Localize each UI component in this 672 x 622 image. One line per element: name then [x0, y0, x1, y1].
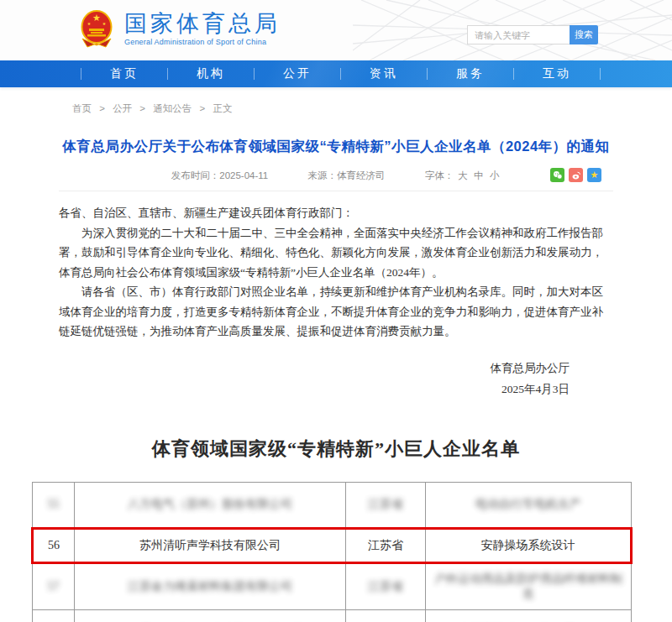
company-name: 八方电气（苏州）股份有限公司	[128, 498, 292, 510]
site-header: ★ ★ ★ 国家体育总局 General Administration of S…	[0, 0, 672, 60]
breadcrumb-disclosure[interactable]: 公开	[113, 103, 132, 113]
publish-date: 发布时间：2025-04-11	[171, 170, 268, 180]
nav-item-news[interactable]: 资讯	[341, 66, 427, 81]
national-emblem-icon: ★ ★ ★	[79, 8, 114, 50]
nav-item-home[interactable]: 首页	[81, 66, 167, 81]
font-size-large[interactable]: 大	[458, 170, 468, 180]
page: ★ ★ ★ 国家体育总局 General Administration of S…	[0, 0, 672, 622]
company-name: 苏州清听声学科技有限公司	[139, 539, 281, 551]
signature-org: 体育总局办公厅	[59, 358, 570, 379]
company-table: 55 八方电气（苏州）股份有限公司 江苏省 电动自行车电机生产 56 苏州清听声…	[31, 482, 633, 622]
signature-block: 体育总局办公厅 2025年4月3日	[59, 358, 613, 400]
svg-text:★: ★	[87, 21, 92, 26]
breadcrumb-separator: >	[139, 103, 145, 113]
company-name: 江苏金力绳索材料集团有限公司	[128, 580, 292, 593]
article-source: 来源：体育经济司	[307, 170, 385, 180]
weibo-share-icon[interactable]	[569, 168, 583, 182]
article-body: 各省、自治区、直辖市、新疆生产建设兵团体育行政部门： 为深入贯彻党的二十大和二十…	[59, 203, 613, 400]
breadcrumb-notices[interactable]: 通知公告	[153, 103, 192, 113]
list-title: 体育领域国家级“专精特新”小巨人企业名单	[59, 436, 613, 462]
font-size-label: 字体：	[425, 170, 454, 180]
nav-item-orgs[interactable]: 机构	[168, 66, 254, 81]
table-row: 57 江苏金力绳索材料集团有限公司 江苏省 户外运动用品及防护用品纤维材料制造	[33, 562, 632, 609]
svg-text:★: ★	[102, 21, 107, 26]
row-number: 57	[48, 580, 60, 593]
row-number: 55	[48, 498, 60, 510]
province: 江苏省	[368, 580, 403, 593]
article-meta: 发布时间：2025-04-11 来源：体育经济司 字体： 大 中 小 ★	[59, 170, 613, 182]
table-row: 55 八方电气（苏州）股份有限公司 江苏省 电动自行车电机生产	[33, 482, 632, 528]
table-row: 58 浙江千禧龙纤特种纤维股份有限公司 浙江省 钓线用高强纤维、防割手套制造	[33, 609, 632, 622]
business-type: 电动自行车电机生产	[475, 498, 581, 510]
signature-date: 2025年4月3日	[59, 379, 570, 400]
business-type: 安静操场系统设计	[481, 539, 575, 551]
nav-item-interact[interactable]: 互动	[514, 66, 600, 81]
search-input[interactable]	[467, 25, 570, 44]
article: 体育总局办公厅关于公布体育领域国家级“专精特新”小巨人企业名单（2024年）的通…	[59, 138, 613, 462]
site-subtitle: General Administration of Sport of China	[124, 39, 281, 47]
main-nav: 首页 机构 公开 资讯 服务 互动	[0, 60, 672, 87]
province: 江苏省	[368, 498, 403, 510]
business-type: 户外运动用品及防护用品纤维材料制造	[434, 572, 622, 600]
qzone-share-icon[interactable]: ★	[587, 168, 601, 182]
nav-item-services[interactable]: 服务	[428, 66, 513, 81]
breadcrumb-home[interactable]: 首页	[72, 103, 92, 113]
breadcrumb-current: 正文	[213, 103, 232, 113]
share-bar: ★	[550, 168, 601, 182]
site-title: 国家体育总局	[124, 12, 281, 37]
table-row-highlighted: 56 苏州清听声学科技有限公司 江苏省 安静操场系统设计	[33, 528, 632, 562]
search-button[interactable]: 搜索	[570, 25, 598, 44]
font-size-control: 字体： 大 中 小	[425, 170, 501, 180]
province: 江苏省	[368, 539, 403, 551]
paragraph: 请各省（区、市）体育行政部门对照企业名单，持续更新和维护体育产业机构名录库。同时…	[59, 282, 613, 342]
font-size-small[interactable]: 小	[490, 170, 500, 180]
paragraph: 各省、自治区、直辖市、新疆生产建设兵团体育行政部门：	[59, 203, 613, 223]
wechat-share-icon[interactable]	[550, 168, 564, 182]
search-bar: 搜索	[467, 25, 598, 44]
paragraph: 为深入贯彻党的二十大和二十届二中、三中全会精神，全面落实中央经济工作会议精神和政…	[59, 223, 613, 283]
svg-text:★: ★	[92, 13, 101, 23]
font-size-medium[interactable]: 中	[474, 170, 484, 180]
breadcrumb: 首页 > 公开 > 通知公告 > 正文	[72, 102, 672, 115]
nav-divider	[600, 68, 601, 80]
site-logo[interactable]: ★ ★ ★ 国家体育总局 General Administration of S…	[79, 8, 281, 50]
article-title: 体育总局办公厅关于公布体育领域国家级“专精特新”小巨人企业名单（2024年）的通…	[59, 138, 613, 156]
breadcrumb-separator: >	[199, 103, 205, 113]
row-number: 56	[48, 539, 60, 551]
meta-divider	[59, 191, 613, 191]
nav-item-disclosure[interactable]: 公开	[255, 66, 340, 81]
breadcrumb-separator: >	[99, 103, 105, 113]
